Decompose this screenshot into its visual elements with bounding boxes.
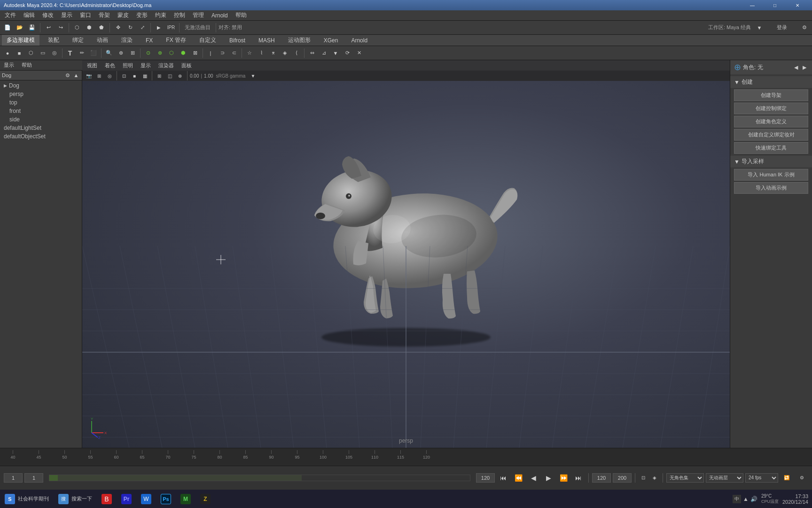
minimize-button[interactable]: — [742, 0, 763, 10]
playback-range-bar[interactable] [49, 475, 470, 481]
crease-tool[interactable]: ⌆ [267, 48, 279, 59]
snap-tool[interactable]: ⊞ [127, 48, 138, 59]
menu-deform[interactable]: 变形 [133, 10, 150, 20]
system-clock[interactable]: 17:33 2020/12/14 [782, 493, 808, 505]
import-animation-button[interactable]: 导入动画示例 [734, 182, 808, 194]
ring-tool[interactable]: ⊃ [217, 48, 228, 59]
options-button[interactable]: ⚙ [799, 22, 810, 33]
cleanup-tool[interactable]: ✕ [353, 48, 365, 59]
close-button[interactable]: ✕ [787, 0, 808, 10]
cube-tool[interactable]: ■ [14, 48, 25, 59]
menu-display[interactable]: 显示 [58, 10, 75, 20]
tree-item-persp[interactable]: persp [0, 90, 82, 98]
char-set-select[interactable]: 无角色集 [666, 473, 704, 483]
import-humanik-button[interactable]: 导入 Human IK 示例 [734, 169, 808, 181]
ime-indicator[interactable]: 中 [733, 495, 741, 503]
bevel-tool[interactable]: ⬡ [166, 48, 177, 59]
vp-snap-button[interactable]: ◎ [105, 71, 114, 80]
vp-layout-button[interactable]: ⊞ [94, 71, 104, 80]
tab-arnold[interactable]: Arnold [346, 35, 372, 46]
tab-mash[interactable]: MASH [254, 35, 280, 46]
menu-window[interactable]: 窗口 [77, 10, 94, 20]
vp-menu-renderer[interactable]: 渲染器 [156, 61, 177, 70]
tab-rendering[interactable]: 渲染 [117, 35, 137, 46]
tree-item-dog[interactable]: ▶ Dog [0, 81, 82, 90]
tab-xgen[interactable]: XGen [319, 35, 343, 46]
create-character-button[interactable]: 创建角色定义 [734, 116, 808, 127]
vp-menu-lighting[interactable]: 照明 [120, 61, 136, 70]
workspace-dropdown[interactable]: ▼ [754, 22, 765, 33]
create-custom-rig-button[interactable]: 创建自定义绑定妆对 [734, 129, 808, 141]
text-tool[interactable]: T [64, 48, 76, 59]
current-frame-input[interactable] [4, 473, 23, 483]
tab-fx-cache[interactable]: FX 管存 [161, 35, 191, 46]
save-file-button[interactable]: 💾 [26, 22, 38, 33]
tree-item-front[interactable]: front [0, 107, 82, 115]
right-panel-arrow-left[interactable]: ◀ [792, 64, 800, 71]
tree-item-default-light-set[interactable]: defaultLightSet [0, 124, 82, 132]
taskbar-photoshop[interactable]: Ps [156, 490, 176, 508]
taskbar-app3[interactable]: W [136, 490, 156, 508]
create-skeleton-button[interactable]: 创建导架 [734, 89, 808, 101]
redo-button[interactable]: ↪ [55, 22, 66, 33]
target-weld-tool[interactable]: ◈ [279, 48, 290, 59]
collapse-tool[interactable]: ⟨ [291, 48, 302, 59]
retopo-tool[interactable]: ⟳ [342, 48, 353, 59]
extrude-tool[interactable]: ⊕ [154, 48, 165, 59]
vp-textured-button[interactable]: ▦ [140, 71, 149, 80]
taskbar-premiere[interactable]: Pr [117, 490, 136, 508]
gamma-dropdown[interactable]: ▼ [248, 71, 258, 80]
fps-select[interactable]: 24 fps [745, 473, 778, 483]
rotate-tool[interactable]: ↻ [125, 22, 136, 33]
create-rig-button[interactable]: 创建控制绑定 [734, 103, 808, 114]
auto-key-button[interactable]: ⊡ [639, 473, 648, 483]
magnify-tool[interactable]: ⊕ [115, 48, 126, 59]
menu-control[interactable]: 控制 [171, 10, 188, 20]
right-panel-arrow-right[interactable]: ▶ [801, 64, 808, 71]
go-to-end-button[interactable]: ⏭ [572, 471, 585, 484]
quick-rig-button[interactable]: 快速绑定工具 [734, 142, 808, 154]
tree-item-default-object-set[interactable]: defaultObjectSet [0, 132, 82, 141]
maximize-button[interactable]: □ [764, 0, 786, 10]
lasso-tool[interactable]: ⬢ [84, 22, 95, 33]
zoom-tool[interactable]: 🔍 [103, 48, 115, 59]
timeline[interactable]: 40 45 50 55 60 65 70 75 80 85 90 95 100 … [0, 448, 812, 466]
taskbar-browser[interactable]: B [97, 490, 117, 508]
vp-solid-button[interactable]: ■ [130, 71, 139, 80]
vp-menu-view[interactable]: 视图 [84, 61, 100, 70]
menu-help[interactable]: 帮助 [233, 10, 250, 20]
anim-range-start[interactable] [592, 473, 611, 483]
tab-binding[interactable]: 绑定 [68, 35, 88, 46]
taskbar-app4[interactable]: Z [195, 490, 215, 508]
play-forward-button[interactable]: ▶ [542, 471, 555, 484]
range-end-input[interactable] [476, 473, 495, 483]
ipr-button[interactable]: IPR [165, 22, 177, 33]
tab-rigging[interactable]: 装配 [43, 35, 64, 46]
go-to-start-button[interactable]: ⏮ [497, 471, 510, 484]
left-help-menu[interactable]: 帮助 [20, 61, 34, 69]
tab-custom[interactable]: 自定义 [195, 35, 221, 46]
anim-layer-select[interactable]: 无动画层 [706, 473, 743, 483]
tree-item-side[interactable]: side [0, 115, 82, 124]
torus-tool[interactable]: ◎ [49, 48, 60, 59]
3d-viewport[interactable]: Y X Z persp [82, 81, 730, 448]
volume-light-tool[interactable]: ⬛ [88, 48, 99, 59]
tab-polygon-modeling[interactable]: 多边形建模 [2, 35, 39, 46]
scene-collapse-button[interactable]: ▲ [72, 71, 80, 79]
loop-button[interactable]: 🔁 [780, 471, 793, 484]
range-start-input[interactable] [24, 473, 43, 483]
tab-fx[interactable]: FX [141, 35, 157, 46]
tree-item-top[interactable]: top [0, 98, 82, 107]
vp-aa-button[interactable]: ⊕ [175, 71, 185, 80]
menu-constrain[interactable]: 约束 [152, 10, 169, 20]
cylinder-tool[interactable]: ⬡ [25, 48, 37, 59]
bridge-tool[interactable]: ⬢ [178, 48, 189, 59]
render-button[interactable]: ▶ [153, 22, 164, 33]
menu-skeleton[interactable]: 骨架 [96, 10, 113, 20]
taskbar-maya[interactable]: M [176, 490, 195, 508]
tab-animation[interactable]: 动画 [92, 35, 113, 46]
go-back-frame-button[interactable]: ⏪ [512, 471, 525, 484]
paint-tool[interactable]: ⬟ [96, 22, 107, 33]
menu-modify[interactable]: 修改 [39, 10, 56, 20]
go-forward-frame-button[interactable]: ⏩ [557, 471, 570, 484]
